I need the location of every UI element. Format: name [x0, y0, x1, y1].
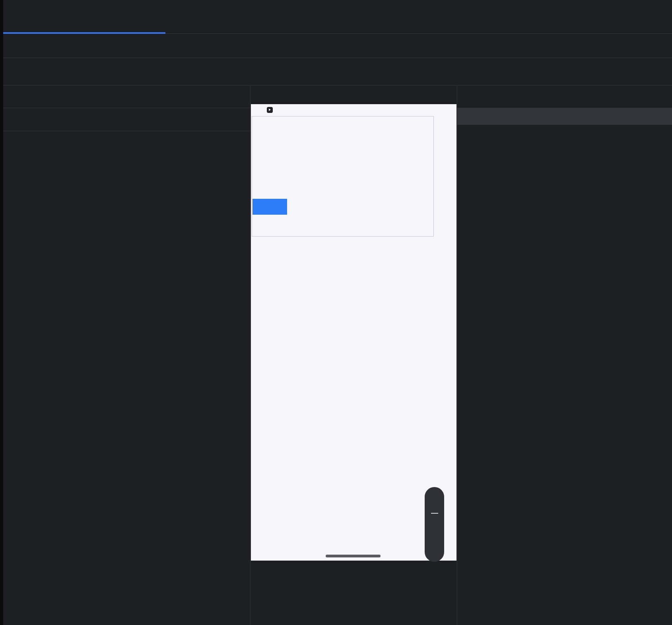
component-tree-rows [3, 131, 250, 625]
attributes-list [457, 125, 672, 625]
zoom-out-button[interactable] [431, 513, 438, 514]
recomposition-counts-bar [3, 108, 250, 131]
device-status-bar [251, 104, 456, 116]
notification-app-icon [267, 107, 273, 113]
device-toolbar [3, 34, 672, 58]
selection-tooltip [252, 199, 287, 215]
attributes-header [457, 85, 672, 108]
app-root [0, 0, 672, 625]
new-tab-icon[interactable] [62, 9, 77, 24]
attributes-panel [457, 85, 672, 625]
tab-bar [3, 0, 672, 34]
component-tree-header [3, 85, 250, 108]
main-content [3, 85, 672, 625]
layout-inspector-header [3, 58, 672, 85]
layout-inspector-window [3, 0, 672, 625]
search-icon[interactable] [606, 89, 621, 104]
count-column-icons [170, 108, 250, 131]
layout-bounds-container [252, 116, 434, 237]
component-tree-panel [3, 85, 251, 625]
close-tab-icon[interactable] [39, 11, 51, 23]
tab-running-device[interactable] [3, 0, 58, 33]
running-device-icon [15, 9, 28, 24]
device-preview-panel [251, 85, 457, 625]
gesture-navigation-bar[interactable] [326, 555, 381, 557]
minus-icon [431, 513, 438, 514]
selected-component-bar[interactable] [457, 108, 672, 125]
zoom-controls [425, 487, 444, 562]
